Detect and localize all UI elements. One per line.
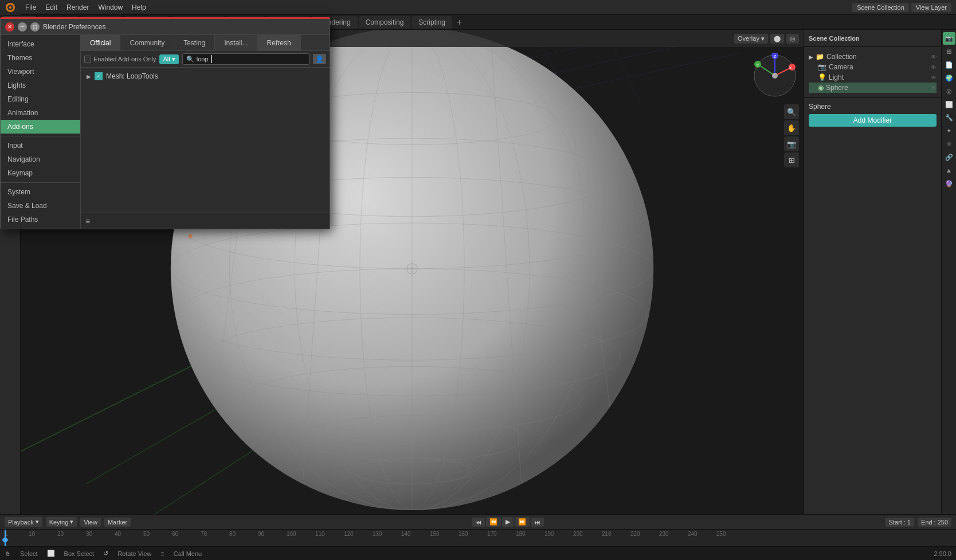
menu-help[interactable]: Help xyxy=(127,0,151,14)
prefs-nav-keymap[interactable]: Keymap xyxy=(1,166,80,180)
menu-file[interactable]: File xyxy=(21,0,41,14)
search-icon: 🔍 xyxy=(186,56,194,63)
next-frame-btn[interactable]: ⏩ xyxy=(515,517,530,527)
marker-menu[interactable]: Marker xyxy=(104,518,131,527)
output-props-btn[interactable]: 🖥 xyxy=(943,45,955,58)
jump-start-btn[interactable]: ⏮ xyxy=(472,518,485,527)
prefs-nav-file-paths[interactable]: File Paths xyxy=(1,213,80,226)
camera-icon: 📷 xyxy=(818,63,826,71)
addons-filter-bar: Enabled Add-ons Only All ▾ 🔍 loop 👤 xyxy=(81,51,330,68)
sphere-item[interactable]: ◉ Sphere 👁 xyxy=(809,83,937,93)
view-menu[interactable]: View xyxy=(80,518,101,527)
prev-frame-btn[interactable]: ⏪ xyxy=(486,517,501,527)
frame-180: 180 xyxy=(516,531,526,537)
addons-tabs: Official Community Testing Install... Re… xyxy=(81,35,330,51)
grid-btn[interactable]: ⊞ xyxy=(784,152,799,167)
prefs-nav-addons[interactable]: Add-ons xyxy=(1,120,80,134)
pan-btn[interactable]: ✋ xyxy=(784,120,799,135)
prefs-nav-interface[interactable]: Interface xyxy=(1,37,80,51)
dialog-close-button[interactable]: ✕ xyxy=(5,22,14,32)
svg-text:Z: Z xyxy=(774,54,777,59)
view-layer-selector[interactable]: View Layer xyxy=(911,3,951,12)
keying-menu[interactable]: Keying ▾ xyxy=(46,517,77,527)
addons-tab-community[interactable]: Community xyxy=(120,35,174,51)
user-addon-icon[interactable]: 👤 xyxy=(313,54,326,64)
camera-item[interactable]: 📷 Camera 👁 xyxy=(809,62,937,72)
prefs-titlebar[interactable]: ✕ ─ □ Blender Preferences xyxy=(1,19,330,35)
viewport-shading-mode[interactable]: ⬤ xyxy=(770,34,784,44)
add-workspace-button[interactable]: + xyxy=(453,17,465,28)
camera-btn[interactable]: 📷 xyxy=(784,136,799,151)
scene-props-btn[interactable]: 🌍 xyxy=(943,72,955,84)
jump-end-btn[interactable]: ⏭ xyxy=(531,518,544,527)
addons-tab-testing[interactable]: Testing xyxy=(174,35,215,51)
dialog-minimize-button[interactable]: ─ xyxy=(18,22,27,32)
world-props-btn[interactable]: ◎ xyxy=(943,85,955,97)
render-props-btn[interactable]: 📷 xyxy=(943,32,955,45)
category-dropdown[interactable]: All ▾ xyxy=(159,54,178,64)
tab-compositing[interactable]: Compositing xyxy=(359,16,411,29)
addon-expand-icon[interactable]: ▶ xyxy=(87,73,91,80)
frame-80: 80 xyxy=(229,531,236,537)
addons-refresh-btn[interactable]: Refresh xyxy=(258,35,301,51)
light-item[interactable]: 💡 Light 👁 xyxy=(809,72,937,83)
menu-render[interactable]: Render xyxy=(62,0,93,14)
collection-item[interactable]: ▶ 📁 Collection 👁 xyxy=(809,52,937,62)
viewport-overlay[interactable]: Overlay ▾ xyxy=(734,34,768,44)
view-layer-props-btn[interactable]: 📄 xyxy=(943,58,955,71)
addon-mesh-looptools[interactable]: ▶ Mesh: LoopTools xyxy=(83,70,327,83)
sphere-label: Sphere xyxy=(826,84,848,92)
frame-230: 230 xyxy=(659,531,669,537)
data-props-btn[interactable]: ▲ xyxy=(943,164,955,177)
prefs-nav-animation[interactable]: Animation xyxy=(1,106,80,120)
sphere-visibility[interactable]: 👁 xyxy=(931,85,937,91)
viewport-shading-wire[interactable]: ◎ xyxy=(786,34,799,44)
prefs-nav-themes[interactable]: Themes xyxy=(1,51,80,65)
prefs-nav-save-load[interactable]: Save & Load xyxy=(1,199,80,213)
play-btn[interactable]: ▶ xyxy=(502,517,514,527)
light-icon: 💡 xyxy=(818,73,826,81)
prefs-nav-sidebar: Interface Themes Viewport Lights Editing… xyxy=(1,35,81,229)
end-frame[interactable]: End: 250 xyxy=(918,518,951,527)
blender-logo xyxy=(0,0,21,15)
physics-props-btn[interactable]: ⚛ xyxy=(943,138,955,150)
prefs-nav-editing[interactable]: Editing xyxy=(1,92,80,106)
frame-20: 20 xyxy=(57,531,64,537)
tab-scripting[interactable]: Scripting xyxy=(412,16,452,29)
add-modifier-button[interactable]: Add Modifier xyxy=(809,114,937,127)
menu-edit[interactable]: Edit xyxy=(41,0,62,14)
object-name-label: Sphere xyxy=(809,103,831,111)
nav-divider-2 xyxy=(1,182,80,183)
object-props-btn[interactable]: ⬜ xyxy=(943,98,955,111)
camera-visibility[interactable]: 👁 xyxy=(931,64,937,71)
playback-menu[interactable]: Playback ▾ xyxy=(5,517,42,527)
prefs-menu-button[interactable]: ≡ xyxy=(85,217,90,226)
material-props-btn[interactable]: 🔮 xyxy=(943,177,955,190)
menu-window[interactable]: Window xyxy=(93,0,127,14)
prefs-nav-viewport[interactable]: Viewport xyxy=(1,65,80,79)
particles-props-btn[interactable]: ✦ xyxy=(943,124,955,137)
addons-install-btn[interactable]: Install... xyxy=(215,35,257,51)
dialog-maximize-button[interactable]: □ xyxy=(30,22,40,32)
prefs-nav-lights[interactable]: Lights xyxy=(1,79,80,92)
svg-text:Y: Y xyxy=(756,62,759,68)
zoom-in-btn[interactable]: 🔍 xyxy=(784,104,799,119)
start-frame[interactable]: Start: 1 xyxy=(885,518,914,527)
properties-panel: Sphere Add Modifier xyxy=(804,97,941,131)
rotate-view-label: Rotate View xyxy=(117,550,151,557)
light-visibility[interactable]: 👁 xyxy=(931,75,937,81)
scene-selector[interactable]: Scene Collection xyxy=(852,3,909,12)
addons-tab-official[interactable]: Official xyxy=(81,35,120,51)
modifier-props-btn[interactable]: 🔧 xyxy=(943,111,955,124)
constraints-props-btn[interactable]: 🔗 xyxy=(943,151,955,163)
visibility-eye[interactable]: 👁 xyxy=(931,54,937,60)
enabled-only-filter[interactable]: Enabled Add-ons Only xyxy=(84,56,156,62)
prefs-nav-system[interactable]: System xyxy=(1,185,80,199)
navigation-gizmo[interactable]: X Y Z xyxy=(752,53,798,99)
timeline-ruler[interactable]: 1 10 20 30 40 50 60 70 80 90 100 110 120… xyxy=(0,530,956,546)
frame-210: 210 xyxy=(602,531,612,537)
addon-enabled-checkbox[interactable] xyxy=(95,72,103,80)
prefs-nav-input[interactable]: Input xyxy=(1,139,80,152)
select-label: Select xyxy=(20,550,38,557)
prefs-nav-navigation[interactable]: Navigation xyxy=(1,152,80,166)
